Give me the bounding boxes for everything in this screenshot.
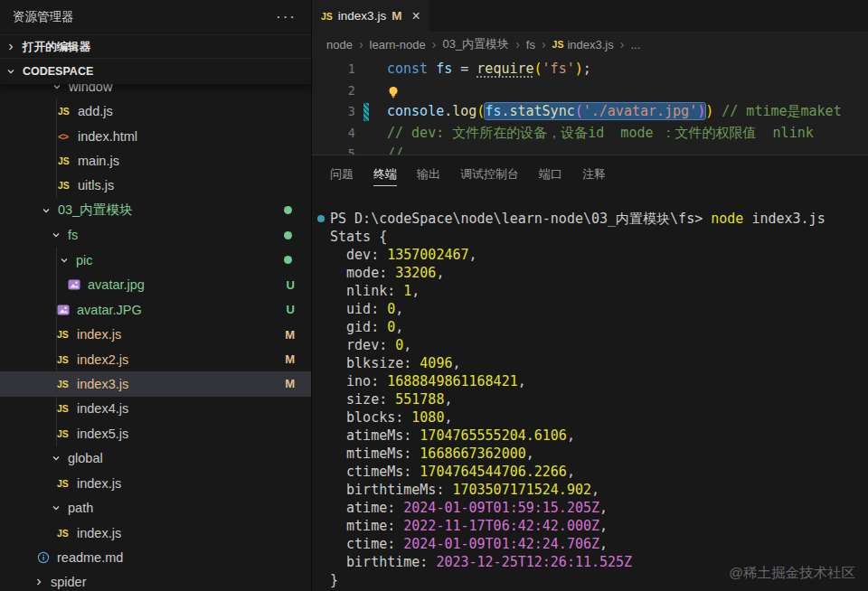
more-actions-icon[interactable]: ··· xyxy=(276,13,297,22)
editor-group: JS index3.js M × node›learn-node›03_内置模块… xyxy=(312,0,868,591)
panel-tab-问题[interactable]: 问题 xyxy=(320,155,363,193)
breadcrumb-item-node[interactable]: node xyxy=(326,38,353,52)
terminal[interactable]: PS D:\codeSpace\node\learn-node\03_内置模块\… xyxy=(312,202,868,591)
terminal-text: , xyxy=(395,319,403,335)
terminal-text: 1668667362000 xyxy=(420,446,525,462)
breadcrumb-item-...[interactable]: ... xyxy=(630,38,640,52)
tree-item-avatar.JPG[interactable]: avatar.JPGU xyxy=(0,297,311,322)
js-icon: JS xyxy=(58,106,78,117)
code-token: ) xyxy=(575,61,583,77)
terminal-text: , xyxy=(403,337,411,353)
code-token: ; xyxy=(583,61,591,77)
breadcrumb-item-03_内置模块[interactable]: 03_内置模块 xyxy=(442,36,509,52)
js-icon: JS xyxy=(57,379,77,389)
terminal-text: 1704765555204.6106 xyxy=(420,427,567,444)
tree-item-label: pic xyxy=(76,253,93,267)
terminal-text: ctime: xyxy=(330,536,403,552)
tree-item-index.js[interactable]: JSindex.js xyxy=(0,521,311,545)
panel-tab-注释[interactable]: 注释 xyxy=(572,155,616,193)
tree-item-label: index2.js xyxy=(77,352,128,367)
selection-highlight: fs.statSync('./avatar.jpg') xyxy=(485,103,705,119)
breadcrumb-separator: › xyxy=(620,37,625,52)
terminal-text: size: xyxy=(330,391,395,408)
tree-item-main.js[interactable]: JSmain.js xyxy=(0,148,311,173)
breadcrumb-item-fs[interactable]: fs xyxy=(526,38,535,52)
tree-item-readme.md[interactable]: readme.md xyxy=(0,545,311,569)
chevron-right-icon xyxy=(6,42,23,52)
breadcrumb-item-index3.js[interactable]: JSindex3.js xyxy=(552,38,614,52)
terminal-text: , xyxy=(444,391,452,408)
tree-item-index.js[interactable]: JSindex.js xyxy=(0,471,311,495)
terminal-text: 1704764544706.2266 xyxy=(420,464,567,480)
tree-item-index.html[interactable]: <>index.html xyxy=(0,124,311,148)
terminal-text: 0 xyxy=(395,337,403,353)
terminal-line-17: atime: 2024-01-09T01:59:15.205Z, xyxy=(312,499,868,517)
code-token: fs xyxy=(436,61,452,77)
code-token: // mtime是maket xyxy=(722,103,841,119)
terminal-line-3: dev: 1357002467, xyxy=(312,246,868,264)
tree-item-label: index.js xyxy=(77,327,121,342)
code-token: log xyxy=(452,103,476,119)
panel-tab-端口[interactable]: 端口 xyxy=(529,155,572,193)
breadcrumb-separator: › xyxy=(542,37,546,52)
terminal-line-16: birthtimeMs: 1703507171524.902, xyxy=(312,481,868,499)
git-folder-dot-badge xyxy=(284,256,292,264)
tree-item-fs[interactable]: fs xyxy=(0,223,311,248)
tree-item-label: spider xyxy=(51,575,87,589)
tree-item-index3.js[interactable]: JSindex3.jsM xyxy=(0,371,311,396)
tab-index3-js[interactable]: JS index3.js M × xyxy=(312,0,429,32)
tree-item-path[interactable]: path xyxy=(0,495,311,520)
breadcrumb-item-learn-node[interactable]: learn-node xyxy=(370,38,426,52)
code-editor[interactable]: 1const fs = require('fs');23console.log(… xyxy=(312,57,868,156)
code-token: fs xyxy=(485,103,501,119)
js-icon: JS xyxy=(57,403,77,414)
terminal-text: , xyxy=(526,446,534,462)
js-icon: JS xyxy=(58,155,78,166)
tree-item-uitls.js[interactable]: JSuitls.js xyxy=(0,174,311,198)
tree-item-avatar.jpg[interactable]: avatar.jpgU xyxy=(0,273,311,297)
terminal-line-4: mode: 33206, xyxy=(312,264,868,282)
panel-tab-输出[interactable]: 输出 xyxy=(407,155,450,193)
code-text: const fs = require('fs'); xyxy=(387,59,591,80)
open-editors-header[interactable]: 打开的编辑器 xyxy=(0,34,311,59)
breadcrumb-label: fs xyxy=(526,38,535,52)
file-tree: windowJSadd.js<>index.htmlJSmain.jsJSuit… xyxy=(0,74,311,591)
terminal-text: PS D:\codeSpace\node\learn-node\03_内置模块\… xyxy=(330,211,711,227)
tree-item-index.js[interactable]: JSindex.jsM xyxy=(0,322,311,346)
code-token: console xyxy=(387,103,444,119)
breadcrumb-separator: › xyxy=(359,37,363,52)
breadcrumb-label: 03_内置模块 xyxy=(442,36,509,52)
tree-item-add.js[interactable]: JSadd.js xyxy=(0,98,311,123)
breadcrumb-label: node xyxy=(326,38,353,52)
workspace-label: CODESPACE xyxy=(23,65,93,78)
terminal-line-12: blocks: 1080, xyxy=(312,408,868,427)
js-icon: JS xyxy=(321,11,333,22)
tree-item-label: fs xyxy=(68,228,78,242)
code-token: ) xyxy=(697,103,705,119)
tree-item-03_内置模块[interactable]: 03_内置模块 xyxy=(0,198,311,222)
panel-tab-终端[interactable]: 终端 xyxy=(363,155,407,193)
terminal-text: } xyxy=(330,572,338,588)
tree-item-index4.js[interactable]: JSindex4.js xyxy=(0,397,311,421)
js-icon: JS xyxy=(57,428,77,439)
git-folder-dot-badge xyxy=(284,206,292,214)
tree-item-global[interactable]: global xyxy=(0,446,311,471)
line-number: 1 xyxy=(312,59,355,80)
git-status-badge: U xyxy=(287,278,295,292)
code-token: statSync xyxy=(509,103,574,119)
tree-item-spider[interactable]: spider xyxy=(0,570,311,591)
panel-tab-调试控制台[interactable]: 调试控制台 xyxy=(450,155,529,193)
tree-item-label: index.js xyxy=(77,526,121,540)
tree-item-index2.js[interactable]: JSindex2.jsM xyxy=(0,347,311,371)
open-editors-label: 打开的编辑器 xyxy=(23,40,90,55)
tree-item-label: index.html xyxy=(78,129,137,144)
explorer-header: 资源管理器 ··· xyxy=(0,0,311,34)
tree-item-label: index4.js xyxy=(77,401,128,416)
tree-item-pic[interactable]: pic xyxy=(0,248,311,272)
tree-item-index5.js[interactable]: JSindex5.js xyxy=(0,421,311,446)
close-icon[interactable]: × xyxy=(411,8,420,24)
code-text: // dev: 文件所在的设备，设备id mode ：文件的权限值 nlink xyxy=(387,123,814,145)
terminal-text: , xyxy=(599,536,608,552)
terminal-text: 1703507171524.902 xyxy=(452,482,591,498)
workspace-header[interactable]: CODESPACE xyxy=(0,58,311,84)
